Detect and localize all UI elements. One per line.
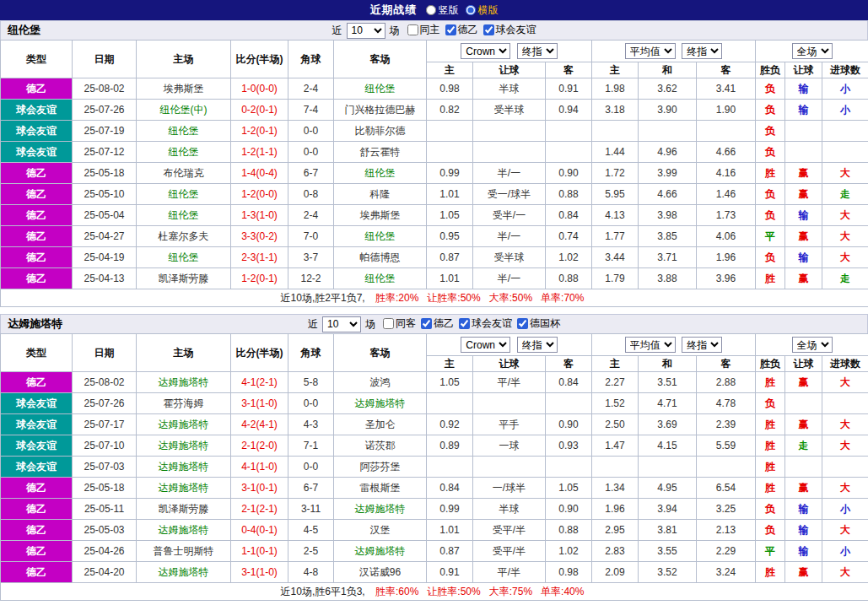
- away-team-link[interactable]: 埃弗斯堡: [334, 205, 427, 226]
- away-team-link[interactable]: 汉堡: [334, 520, 427, 541]
- full-match-select[interactable]: 全场: [792, 337, 833, 353]
- away-team-link[interactable]: 达姆施塔特: [334, 499, 427, 520]
- home-team-link[interactable]: 达姆施塔特: [137, 562, 231, 583]
- away-team-link[interactable]: 纽伦堡: [334, 78, 427, 100]
- subcol-euro-away: 客: [697, 62, 756, 78]
- away-team-link[interactable]: 帕德博恩: [334, 247, 427, 268]
- score-link[interactable]: 2-3(1-1): [231, 247, 288, 268]
- away-team-link[interactable]: 汉诺威96: [334, 562, 427, 583]
- checkbox-input[interactable]: [483, 24, 494, 35]
- match-count-select[interactable]: 10: [322, 316, 361, 332]
- home-team-link[interactable]: 达姆施塔特: [137, 478, 231, 499]
- home-team-link[interactable]: 杜塞尔多夫: [137, 226, 231, 247]
- score-link[interactable]: 2-1(2-1): [231, 499, 288, 520]
- final-index-select[interactable]: 终指: [517, 337, 558, 353]
- checkbox-input[interactable]: [517, 318, 528, 329]
- bookmaker-select[interactable]: Crown: [461, 43, 510, 59]
- score-link[interactable]: 3-1(1-0): [231, 562, 288, 583]
- away-team-link[interactable]: 达姆施塔特: [334, 393, 427, 414]
- match-date: 25-05-10: [73, 184, 137, 205]
- home-team-link[interactable]: 达姆施塔特: [137, 435, 231, 457]
- home-team-link[interactable]: 埃弗斯堡: [137, 78, 231, 100]
- checkbox-input[interactable]: [421, 318, 432, 329]
- score-link[interactable]: 4-1(2-1): [231, 372, 288, 393]
- away-team-link[interactable]: 圣加仑: [334, 414, 427, 435]
- home-team-link[interactable]: 达姆施塔特: [137, 414, 231, 435]
- home-team-link[interactable]: 普鲁士明斯特: [137, 541, 231, 562]
- home-team-link[interactable]: 纽伦堡(中): [137, 100, 231, 121]
- view-radio-vertical[interactable]: 竖版: [426, 3, 459, 18]
- away-team-link[interactable]: 纽伦堡: [334, 163, 427, 184]
- corner-count: 4-8: [288, 562, 334, 583]
- score-link[interactable]: 1-2(0-0): [231, 184, 288, 205]
- average-select[interactable]: 平均值: [625, 337, 676, 353]
- home-team-link[interactable]: 凯泽斯劳滕: [137, 268, 231, 289]
- score-link[interactable]: 3-3(0-2): [231, 226, 288, 247]
- radio-input[interactable]: [466, 5, 476, 15]
- filter-checkbox-0[interactable]: 同主: [407, 23, 440, 37]
- match-count-select[interactable]: 10: [347, 23, 385, 39]
- home-team-link[interactable]: 达姆施塔特: [137, 372, 231, 393]
- score-link[interactable]: 1-4(0-4): [231, 163, 288, 184]
- home-team-link[interactable]: 凯泽斯劳滕: [137, 499, 231, 520]
- average-select[interactable]: 平均值: [625, 43, 676, 59]
- score-link[interactable]: 0-4(0-1): [231, 520, 288, 541]
- filter-checkbox-2[interactable]: 球会友谊: [483, 23, 536, 37]
- asia-home-odds: [427, 121, 473, 142]
- filter-checkbox-3[interactable]: 德国杯: [517, 316, 560, 331]
- filter-checkbox-0[interactable]: 同客: [383, 316, 416, 331]
- away-team-link[interactable]: 门兴格拉德巴赫: [334, 100, 427, 121]
- checkbox-input[interactable]: [445, 24, 456, 35]
- score-link[interactable]: 1-2(0-1): [231, 268, 288, 289]
- home-team-link[interactable]: 达姆施塔特: [137, 520, 231, 541]
- result-wdl: 负: [756, 121, 785, 142]
- filter-checkbox-1[interactable]: 德乙: [445, 23, 478, 37]
- home-team-link[interactable]: 纽伦堡: [137, 121, 231, 142]
- full-match-select[interactable]: 全场: [792, 43, 833, 59]
- away-team-link[interactable]: 科隆: [334, 184, 427, 205]
- score-link[interactable]: 3-1(0-1): [231, 478, 288, 499]
- away-team-link[interactable]: 诺茨郡: [334, 435, 427, 457]
- euro-away-odds: 3.25: [697, 499, 756, 520]
- away-team-link[interactable]: 舒云霍特: [334, 142, 427, 163]
- away-team-link[interactable]: 雷根斯堡: [334, 478, 427, 499]
- checkbox-input[interactable]: [383, 318, 394, 329]
- filter-checkbox-2[interactable]: 球会友谊: [459, 316, 512, 331]
- home-team-link[interactable]: 纽伦堡: [137, 247, 231, 268]
- score-link[interactable]: 4-1(1-0): [231, 457, 288, 478]
- score-link[interactable]: 2-1(2-0): [231, 435, 288, 457]
- filter-label-matches: 场: [390, 24, 400, 38]
- score-link[interactable]: 1-1(0-1): [231, 541, 288, 562]
- home-team-link[interactable]: 达姆施塔特: [137, 457, 231, 478]
- score-link[interactable]: 1-2(0-1): [231, 121, 288, 142]
- checkbox-input[interactable]: [459, 318, 470, 329]
- home-team-link[interactable]: 霍芬海姆: [137, 393, 231, 414]
- final-index-select-2[interactable]: 终指: [682, 337, 722, 353]
- away-team-link[interactable]: 波鸿: [334, 372, 427, 393]
- final-index-select[interactable]: 终指: [517, 43, 558, 59]
- score-link[interactable]: 0-2(0-1): [231, 100, 288, 121]
- filter-checkbox-1[interactable]: 德乙: [421, 316, 454, 331]
- euro-draw-odds: 3.94: [639, 499, 697, 520]
- score-link[interactable]: 4-2(4-1): [231, 414, 288, 435]
- away-team-link[interactable]: 纽伦堡: [334, 268, 427, 289]
- final-index-select-2[interactable]: 终指: [682, 43, 722, 59]
- summary-row: 近10场,胜6平1负3, 胜率:60%让胜率:50%大率:75%单率:40%: [1, 583, 868, 601]
- away-team-link[interactable]: 比勒菲尔德: [334, 121, 427, 142]
- score-link[interactable]: 3-1(1-0): [231, 393, 288, 414]
- away-team-link[interactable]: 达姆施塔特: [334, 541, 427, 562]
- score-link[interactable]: 1-0(0-0): [231, 78, 288, 100]
- home-team-link[interactable]: 纽伦堡: [137, 184, 231, 205]
- home-team-link[interactable]: 纽伦堡: [137, 142, 231, 163]
- view-radio-horizontal[interactable]: 横版: [466, 3, 499, 18]
- bookmaker-select[interactable]: Crown: [461, 337, 510, 353]
- away-team-link[interactable]: 纽伦堡: [334, 226, 427, 247]
- checkbox-input[interactable]: [407, 24, 418, 35]
- home-team-link[interactable]: 纽伦堡: [137, 205, 231, 226]
- score-link[interactable]: 1-2(1-1): [231, 142, 288, 163]
- home-team-link[interactable]: 布伦瑞克: [137, 163, 231, 184]
- result-goals: 小: [822, 78, 868, 100]
- radio-input[interactable]: [426, 5, 436, 15]
- score-link[interactable]: 1-3(1-0): [231, 205, 288, 226]
- away-team-link[interactable]: 阿莎芬堡: [334, 457, 427, 478]
